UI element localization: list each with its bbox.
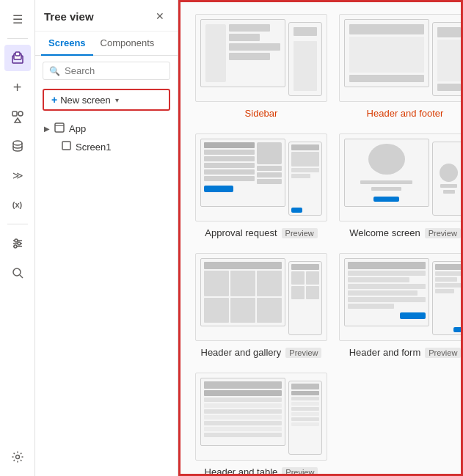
- template-preview-gallery: [195, 253, 327, 341]
- chevron-icon: ▶: [44, 125, 50, 133]
- tree-section: ▶ App Screen1: [35, 117, 178, 476]
- svg-marker-5: [15, 118, 21, 122]
- svg-point-10: [15, 239, 18, 242]
- app-icon: [54, 122, 65, 135]
- sidebar-sketch-right: [229, 24, 280, 82]
- template-preview-welcome: [339, 133, 463, 221]
- layers-icon[interactable]: [4, 45, 31, 71]
- data-icon[interactable]: [4, 133, 31, 159]
- desktop-preview-approval: [200, 139, 285, 207]
- toolbar-divider2: [7, 224, 28, 224]
- templates-panel: Sidebar: [178, 0, 463, 476]
- svg-rect-16: [55, 123, 64, 132]
- chevron-down-icon: ▾: [115, 96, 119, 104]
- template-preview-approval: [195, 133, 327, 221]
- search-icon: 🔍: [49, 66, 60, 76]
- settings-bottom-icon[interactable]: [4, 444, 31, 470]
- tree-item-screen1[interactable]: Screen1: [35, 138, 178, 155]
- template-preview-header-footer: [339, 14, 463, 102]
- panel-title: Tree view: [44, 10, 94, 23]
- template-welcome[interactable]: Welcome screen Preview: [339, 133, 463, 238]
- tree-view-panel: Tree view ✕ Screens Components 🔍 + New s…: [35, 0, 178, 476]
- label-text: Welcome screen: [349, 227, 420, 238]
- shape-icon[interactable]: [4, 103, 31, 130]
- template-form[interactable]: Header and form Preview: [339, 253, 463, 358]
- template-label-table: Header and table Preview: [205, 466, 318, 476]
- preview-badge[interactable]: Preview: [282, 467, 318, 477]
- template-gallery[interactable]: Header and gallery Preview: [195, 253, 327, 358]
- new-screen-button[interactable]: + New screen ▾: [43, 89, 170, 111]
- svg-rect-2: [15, 52, 20, 56]
- add-control-icon[interactable]: +: [4, 74, 31, 100]
- template-preview-table: [195, 373, 327, 461]
- mobile-preview-gallery: [288, 261, 322, 335]
- desktop-preview-table: [200, 378, 285, 446]
- flow-icon[interactable]: ≫: [4, 162, 31, 188]
- template-label-approval: Approval request Preview: [205, 227, 317, 238]
- preview-badge[interactable]: Preview: [425, 348, 461, 358]
- panel-header: Tree view ✕: [35, 0, 178, 32]
- label-text: Approval request: [205, 227, 277, 238]
- svg-rect-18: [62, 142, 70, 150]
- preview-badge[interactable]: Preview: [285, 348, 321, 358]
- tab-screens[interactable]: Screens: [41, 32, 93, 56]
- template-sidebar[interactable]: Sidebar: [195, 14, 327, 119]
- desktop-preview: [200, 19, 285, 87]
- mobile-preview-welcome: [432, 142, 463, 216]
- svg-point-6: [13, 141, 22, 145]
- label-text: Header and form: [349, 347, 421, 358]
- screen-icon: [62, 141, 71, 153]
- search-input[interactable]: [65, 65, 164, 76]
- template-approval[interactable]: Approval request Preview: [195, 133, 327, 238]
- tree-item-app[interactable]: ▶ App: [35, 120, 178, 138]
- tab-components[interactable]: Components: [93, 32, 162, 56]
- template-preview-form: [339, 253, 463, 341]
- svg-point-11: [18, 242, 21, 245]
- close-panel-button[interactable]: ✕: [151, 7, 169, 25]
- desktop-preview-welcome: [344, 139, 429, 207]
- panel-tabs: Screens Components: [35, 32, 178, 56]
- preview-badge[interactable]: Preview: [425, 228, 461, 238]
- app-label: App: [69, 123, 86, 134]
- new-screen-label: New screen: [60, 95, 111, 106]
- template-header-footer[interactable]: Header and footer: [339, 14, 463, 119]
- mobile-preview-table: [288, 381, 322, 455]
- template-label-header-footer: Header and footer: [367, 108, 444, 119]
- svg-point-15: [15, 455, 19, 459]
- template-label-form: Header and form Preview: [349, 347, 462, 358]
- template-table[interactable]: Header and table Preview: [195, 373, 327, 476]
- hamburger-menu-icon[interactable]: ☰: [4, 6, 31, 32]
- preview-badge[interactable]: Preview: [282, 228, 318, 238]
- sidebar-sketch-left: [205, 24, 226, 82]
- svg-rect-3: [12, 111, 17, 116]
- mobile-preview-approval: [288, 142, 322, 216]
- left-toolbar: ☰ + ≫ (x): [0, 0, 35, 476]
- template-label-welcome: Welcome screen Preview: [349, 227, 461, 238]
- search-box[interactable]: 🔍: [43, 62, 170, 80]
- svg-line-14: [20, 275, 23, 278]
- plus-icon: +: [51, 94, 57, 106]
- label-text: Header and table: [205, 466, 278, 476]
- templates-grid: Sidebar: [181, 2, 461, 476]
- screen1-label: Screen1: [76, 142, 111, 153]
- toolbar-divider: [7, 38, 28, 39]
- controls-icon[interactable]: [4, 230, 31, 257]
- template-label-gallery: Header and gallery Preview: [201, 347, 322, 358]
- svg-point-4: [18, 111, 23, 116]
- svg-point-12: [14, 245, 17, 248]
- desktop-preview-form: [344, 258, 429, 326]
- label-text: Header and gallery: [201, 347, 282, 358]
- mobile-preview-hf: [432, 22, 463, 96]
- svg-point-13: [13, 268, 21, 276]
- desktop-preview-hf: [344, 19, 429, 87]
- template-preview-sidebar: [195, 14, 327, 102]
- template-label-sidebar: Sidebar: [245, 108, 278, 119]
- label-text: Sidebar: [245, 108, 278, 119]
- search-main-icon[interactable]: [4, 260, 31, 286]
- desktop-preview-gallery: [200, 258, 285, 326]
- mobile-preview: [288, 22, 322, 96]
- variable-icon[interactable]: (x): [4, 191, 31, 218]
- label-text: Header and footer: [367, 108, 444, 119]
- mobile-preview-form: [432, 261, 463, 335]
